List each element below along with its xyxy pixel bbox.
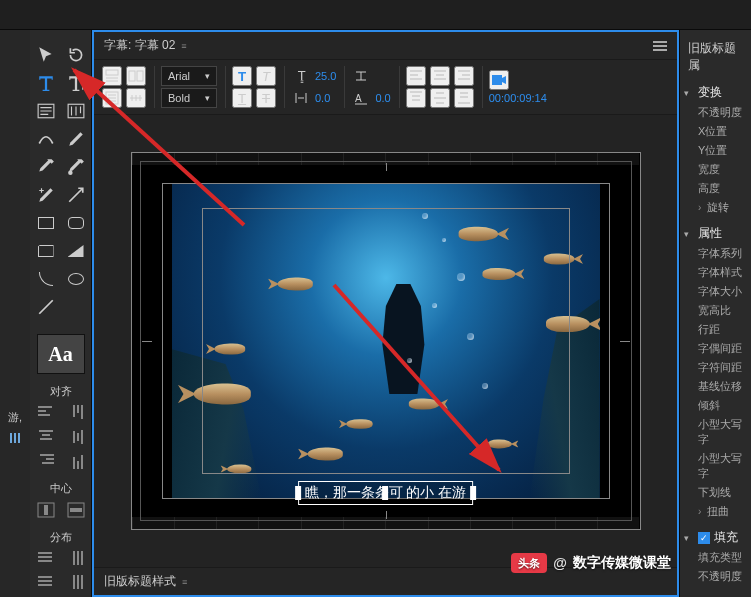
eyedropper-tool[interactable] [34, 156, 58, 178]
center-mark-bottom [386, 511, 387, 519]
property-item[interactable]: 字体大小 [684, 282, 747, 301]
property-item[interactable]: X位置 [684, 122, 747, 141]
resize-handle[interactable] [383, 486, 389, 500]
property-item[interactable]: 小型大写字 [684, 449, 747, 483]
ellipse-tool[interactable] [64, 268, 88, 290]
align-text-right-icon[interactable] [454, 66, 474, 86]
align-vcenter[interactable] [64, 427, 88, 447]
align-text-center-icon[interactable] [430, 66, 450, 86]
pen-tool[interactable] [64, 128, 88, 150]
center-vertical[interactable] [64, 500, 88, 520]
property-item[interactable]: 填充类型 [684, 548, 747, 567]
resize-handle[interactable] [470, 486, 476, 500]
show-video-icon[interactable] [489, 70, 509, 90]
property-item[interactable]: 基线位移 [684, 377, 747, 396]
strikethrough-icon[interactable]: T [256, 88, 276, 108]
font-family-dropdown[interactable]: Arial [161, 66, 217, 86]
property-item[interactable]: 字体系列 [684, 244, 747, 263]
distribute-section-label: 分布 [50, 530, 72, 545]
property-item[interactable]: 小型大写字 [684, 415, 747, 449]
property-item[interactable]: 宽高比 [684, 301, 747, 320]
add-anchor-tool[interactable] [34, 184, 58, 206]
resize-handle[interactable] [295, 486, 301, 500]
tab-stops-icon[interactable] [126, 88, 146, 108]
arc-tool[interactable] [34, 268, 58, 290]
align-top[interactable] [64, 403, 88, 423]
distribute-h-left[interactable] [34, 549, 58, 569]
distribute-v-top[interactable] [64, 549, 88, 569]
underline-icon[interactable]: T [232, 88, 252, 108]
rotate-tool[interactable] [64, 44, 88, 66]
svg-text:A: A [355, 93, 362, 104]
center-horizontal[interactable] [34, 500, 58, 520]
property-group-head[interactable]: 变换 [684, 82, 747, 103]
property-group-checkbox[interactable]: ✓ [698, 532, 710, 544]
canvas-area[interactable]: 瞧，那一条条可 的小 在游 [94, 115, 677, 567]
property-group-label: 属性 [698, 225, 722, 242]
property-group-label: 变换 [698, 84, 722, 101]
property-group-head[interactable]: 属性 [684, 223, 747, 244]
align-section-label: 对齐 [50, 384, 72, 399]
property-item[interactable]: 倾斜 [684, 396, 747, 415]
area-type-tool[interactable] [34, 100, 58, 122]
styles-bar-label: 旧版标题样式 [104, 573, 176, 590]
svg-point-2 [68, 170, 73, 175]
canvas-frame: 瞧，那一条条可 的小 在游 [131, 152, 641, 530]
property-item[interactable]: 字符间距 [684, 358, 747, 377]
color-picker-tool[interactable] [64, 156, 88, 178]
wedge-tool[interactable] [64, 240, 88, 262]
justify-top-icon[interactable] [406, 88, 426, 108]
main-area: 游, [0, 30, 751, 597]
clipped-rect-tool[interactable] [34, 240, 58, 262]
bold-icon[interactable]: T [232, 66, 252, 86]
kerning-icon [291, 88, 311, 108]
title-properties-icon[interactable] [102, 66, 122, 86]
rounded-rect-tool[interactable] [64, 212, 88, 234]
center-mark-top [386, 163, 387, 171]
font-preview-swatch[interactable]: Aa [37, 334, 85, 374]
align-bottom[interactable] [64, 451, 88, 471]
property-item[interactable]: Y位置 [684, 141, 747, 160]
vertical-type-tool[interactable] [64, 72, 88, 94]
svg-rect-12 [492, 75, 502, 85]
justify-center-icon[interactable] [430, 88, 450, 108]
templates-icon[interactable] [126, 66, 146, 86]
line-tool[interactable] [34, 296, 58, 318]
align-right[interactable] [34, 451, 58, 471]
path-type-tool[interactable] [34, 128, 58, 150]
property-item[interactable]: 扭曲 [684, 502, 747, 521]
property-item[interactable]: 宽度 [684, 160, 747, 179]
align-text-left-icon[interactable] [406, 66, 426, 86]
kerning-value[interactable]: 0.0 [315, 92, 330, 104]
font-weight-dropdown[interactable]: Bold [161, 88, 217, 108]
caption-text-box[interactable]: 瞧，那一条条可 的小 在游 [298, 481, 474, 505]
type-tool[interactable] [34, 72, 58, 94]
distribute-v-center[interactable] [64, 573, 88, 593]
property-item[interactable]: 下划线 [684, 483, 747, 502]
property-item[interactable]: 字体样式 [684, 263, 747, 282]
roll-crawl-icon[interactable] [102, 88, 122, 108]
italic-icon[interactable]: T [256, 66, 276, 86]
timecode-value[interactable]: 00:00:09:14 [489, 92, 547, 104]
justify-bottom-icon[interactable] [454, 88, 474, 108]
selection-tool[interactable] [34, 44, 58, 66]
property-item[interactable]: 不透明度 [684, 567, 747, 586]
distribute-h-center[interactable] [34, 573, 58, 593]
panel-menu-icon[interactable] [653, 41, 667, 51]
tracking-value[interactable]: 0.0 [375, 92, 390, 104]
properties-panel-title: 旧版标题属 [684, 38, 747, 82]
rectangle-tool[interactable] [34, 212, 58, 234]
vertical-area-type-tool[interactable] [64, 100, 88, 122]
svg-rect-7 [106, 70, 118, 75]
property-group-head[interactable]: ✓填充 [684, 527, 747, 548]
font-size-value[interactable]: 25.0 [315, 70, 336, 82]
property-item[interactable]: 不透明度 [684, 103, 747, 122]
property-item[interactable]: 行距 [684, 320, 747, 339]
align-hcenter[interactable] [34, 427, 58, 447]
property-item[interactable]: 旋转 [684, 198, 747, 217]
convert-anchor-tool[interactable] [64, 184, 88, 206]
property-item[interactable]: 高度 [684, 179, 747, 198]
align-left[interactable] [34, 403, 58, 423]
property-item[interactable]: 字偶间距 [684, 339, 747, 358]
side-mark-right [620, 341, 630, 342]
